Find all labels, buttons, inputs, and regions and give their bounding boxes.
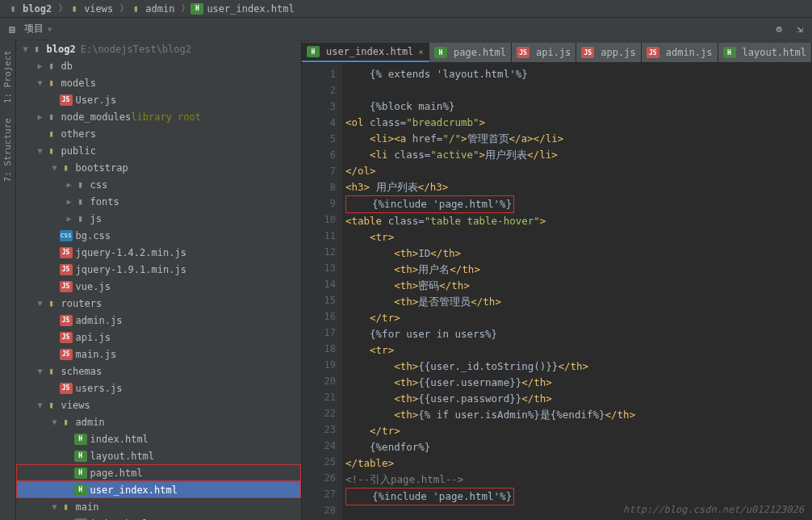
tree-extra: library root <box>131 111 201 123</box>
code-area[interactable]: {% extends 'layout.html'%} {%block main%… <box>342 63 812 520</box>
tree-row[interactable]: JSadmin.js <box>16 312 301 329</box>
tree-label: node_modules <box>61 111 132 123</box>
folder-icon: ▮ <box>74 213 87 224</box>
tree-row[interactable]: ▶▮fonts <box>16 193 301 210</box>
tree-row[interactable]: JSmain.js <box>16 346 301 363</box>
project-tree[interactable]: ▼ ▮ blog2 E:\nodejsTest\blog2 ▶▮db▼▮mode… <box>16 40 302 520</box>
code-line: <th>ID</th> <box>345 245 812 262</box>
breadcrumb-item[interactable]: 〉Huser_index.html <box>179 2 299 15</box>
line-number: 23 <box>302 421 336 438</box>
folder-icon: ▮ <box>45 61 58 72</box>
code-line: {%include 'page.html'%} <box>345 195 812 213</box>
tree-row[interactable]: ▼▮views <box>16 396 301 413</box>
editor-tab[interactable]: Hpage.html <box>429 43 512 62</box>
line-number: 9 <box>302 195 336 212</box>
editor-tab[interactable]: Huser_index.html× <box>302 43 429 62</box>
tree-row[interactable]: JSUser.js <box>16 91 301 108</box>
js-icon: JS <box>60 264 73 275</box>
tree-row[interactable]: JSjquery-1.9.1.min.js <box>16 261 301 278</box>
close-icon[interactable]: × <box>418 47 424 57</box>
code-line: <h3> 用户列表</h3> <box>345 179 812 195</box>
html-icon: H <box>723 47 736 58</box>
twisty-icon[interactable]: ▶ <box>36 112 45 121</box>
html-icon: H <box>434 47 447 58</box>
tree-row[interactable]: ▶▮node_modules library root <box>16 108 301 125</box>
tree-label: main <box>76 501 99 513</box>
tree-root[interactable]: ▼ ▮ blog2 E:\nodejsTest\blog2 <box>16 40 301 57</box>
line-number: 20 <box>302 373 336 389</box>
twisty-icon[interactable]: ▼ <box>36 367 45 375</box>
js-icon: JS <box>517 47 529 58</box>
tree-row[interactable]: Huser_index.html <box>16 481 301 498</box>
tree-row[interactable]: Hpage.html <box>16 464 301 481</box>
code-line: {% extends 'layout.html'%} <box>345 66 812 82</box>
line-number: 2 <box>302 82 336 99</box>
code-line: <li><a href="/">管理首页</a></li> <box>345 131 812 147</box>
tree-row[interactable]: cssbg.css <box>16 227 301 244</box>
code-line: <th>{% if user.isAdmin%}是{%endif%}</th> <box>345 407 812 423</box>
tree-row[interactable]: JSvue.js <box>16 278 301 295</box>
breadcrumb-item[interactable]: 〉▮views <box>57 2 118 15</box>
folder-icon: ▮ <box>60 162 73 174</box>
twisty-icon[interactable]: ▼ <box>36 299 45 308</box>
tree-row[interactable]: JSapi.js <box>16 329 301 346</box>
tree-row[interactable]: ▼▮public <box>16 142 301 159</box>
twisty-icon[interactable]: ▼ <box>36 78 45 87</box>
tab-label: layout.html <box>743 47 806 58</box>
dropdown-icon[interactable]: ▾ <box>47 23 52 35</box>
tree-label: routers <box>61 298 103 309</box>
project-tool-icon[interactable]: ▤ <box>3 20 21 38</box>
editor-tab[interactable]: JSapi.js <box>512 43 576 62</box>
twisty-icon[interactable]: ▼ <box>50 163 60 172</box>
tree-row[interactable]: Hindex.html <box>16 430 301 447</box>
breadcrumb-item[interactable]: ▮blog2 <box>5 3 57 15</box>
tree-row[interactable]: ▼▮bootstrap <box>16 159 301 176</box>
twisty-icon[interactable]: ▶ <box>36 61 45 70</box>
tree-row[interactable]: ▶▮db <box>16 57 301 74</box>
twisty-icon[interactable]: ▼ <box>50 417 60 426</box>
gear-icon[interactable]: ⚙ <box>770 20 788 38</box>
tree-row[interactable]: ▼▮schemas <box>16 363 301 380</box>
twisty-icon[interactable]: ▼ <box>36 146 45 155</box>
editor-tab[interactable]: Hlayout.html <box>718 43 812 62</box>
tree-label: schemas <box>61 366 103 377</box>
js-icon: JS <box>60 247 73 258</box>
tree-row[interactable]: ▼▮admin <box>16 413 301 430</box>
code-line: </tr> <box>345 423 812 439</box>
side-tab-structure[interactable]: 7: Structure <box>1 115 15 185</box>
editor-tab[interactable]: JSadmin.js <box>642 43 718 62</box>
line-number: 16 <box>302 308 336 325</box>
tree-row[interactable]: Hindex.html <box>16 515 301 520</box>
breadcrumb-bar: ▮blog2 〉▮views 〉▮admin 〉Huser_index.html <box>0 0 812 18</box>
twisty-icon[interactable]: ▼ <box>36 400 45 409</box>
breadcrumb-item[interactable]: 〉▮admin <box>118 2 179 15</box>
code-line: <tr> <box>345 229 812 245</box>
tree-row[interactable]: ▼▮models <box>16 74 301 91</box>
collapse-icon[interactable]: ⇲ <box>791 20 809 38</box>
tree-label: index.html <box>90 434 149 445</box>
tree-row[interactable]: JSjquery-1.4.2.min.js <box>16 244 301 261</box>
gutter: 1234567891011121314151617181920212223242… <box>302 63 342 520</box>
tree-row[interactable]: ▼▮routers <box>16 295 301 312</box>
css-icon: css <box>60 230 73 241</box>
line-number: 6 <box>302 147 336 163</box>
js-icon: JS <box>647 47 659 58</box>
side-tab-project[interactable]: 1: Project <box>1 47 15 107</box>
tree-row[interactable]: ▶▮css <box>16 176 301 193</box>
twisty-icon[interactable]: ▶ <box>65 197 74 206</box>
code-line: </tr> <box>345 310 812 326</box>
tree-row[interactable]: JSusers.js <box>16 380 301 396</box>
code-line: <th>是否管理员</th> <box>345 294 812 310</box>
line-number: 25 <box>302 454 336 470</box>
tree-row[interactable]: ▼▮main <box>16 498 301 515</box>
twisty-icon[interactable]: ▶ <box>65 180 74 189</box>
folder-icon: ▮ <box>45 298 58 309</box>
tree-row[interactable]: ▮others <box>16 125 301 142</box>
twisty-icon[interactable]: ▶ <box>65 214 74 223</box>
tree-row[interactable]: Hlayout.html <box>16 447 301 464</box>
editor-tab[interactable]: JSapp.js <box>576 43 641 62</box>
twisty-icon[interactable]: ▼ <box>21 44 31 53</box>
line-number: 7 <box>302 163 336 179</box>
tree-row[interactable]: ▶▮js <box>16 210 301 227</box>
twisty-icon[interactable]: ▼ <box>50 502 60 511</box>
